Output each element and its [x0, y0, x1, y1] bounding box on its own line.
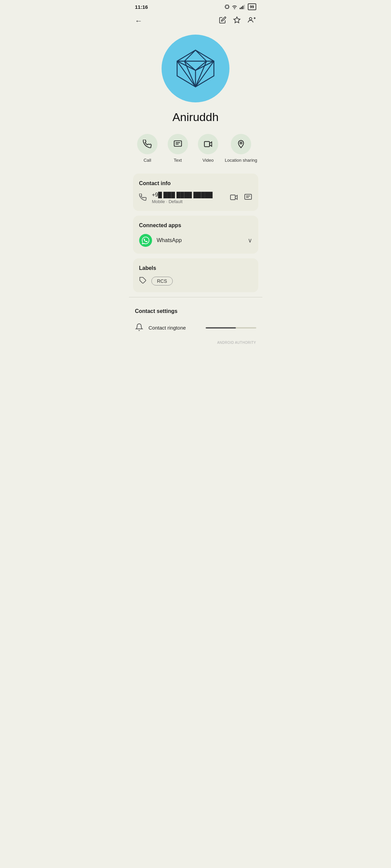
- label-row: RCS: [139, 277, 252, 285]
- battery-indicator: 99: [248, 3, 256, 10]
- video-button[interactable]: Video: [194, 134, 222, 163]
- status-icons: 99: [225, 3, 256, 10]
- diamond-icon: [173, 46, 218, 91]
- connected-apps-card: Connected apps WhatsApp ∨: [133, 216, 258, 254]
- labels-card: Labels RCS: [133, 258, 258, 292]
- svg-rect-6: [244, 5, 245, 9]
- phone-message-button[interactable]: [244, 193, 252, 203]
- nav-actions: [219, 16, 256, 26]
- contact-info-title: Contact info: [139, 180, 252, 186]
- person-add-icon: [247, 16, 256, 24]
- status-time: 11:16: [135, 4, 148, 10]
- svg-point-28: [240, 142, 242, 144]
- video-icon-circle: [198, 134, 218, 154]
- back-button[interactable]: ←: [135, 17, 143, 25]
- svg-marker-7: [234, 17, 240, 23]
- label-icon: [139, 277, 147, 284]
- whatsapp-row[interactable]: WhatsApp ∨: [139, 234, 252, 247]
- location-icon: [237, 140, 245, 149]
- watermark: ANDROID AUTHORITY: [129, 339, 262, 348]
- rcs-badge: RCS: [151, 277, 173, 285]
- wifi-icon: [231, 4, 238, 9]
- svg-rect-4: [241, 7, 242, 9]
- call-button[interactable]: Call: [134, 134, 161, 163]
- phone-action-icons: [230, 193, 252, 203]
- svg-rect-29: [230, 195, 235, 200]
- message-icon: [173, 140, 182, 149]
- avatar: [162, 35, 229, 102]
- phone-left: +9█ ███ ████ █████ Mobile · Default: [139, 192, 213, 204]
- whatsapp-icon: [139, 234, 152, 247]
- labels-title: Labels: [139, 265, 252, 271]
- tag-icon: [139, 277, 147, 285]
- call-label: Call: [144, 158, 151, 163]
- phone-row: +9█ ███ ████ █████ Mobile · Default: [139, 192, 252, 204]
- phone-icon: [139, 194, 147, 202]
- whatsapp-logo: [142, 237, 149, 244]
- svg-rect-5: [242, 6, 243, 9]
- text-button[interactable]: Text: [164, 134, 191, 163]
- location-button[interactable]: Location sharing: [225, 134, 257, 163]
- svg-rect-30: [245, 194, 252, 199]
- video-label: Video: [202, 158, 213, 163]
- contact-name: Aniruddh: [129, 111, 262, 134]
- video-icon: [204, 140, 212, 149]
- text-label: Text: [174, 158, 182, 163]
- star-button[interactable]: [233, 16, 241, 26]
- settings-title: Contact settings: [135, 308, 256, 314]
- phone-video-button[interactable]: [230, 193, 238, 203]
- status-bar: 11:16 99: [129, 0, 262, 12]
- ringtone-progress-fill: [206, 327, 236, 329]
- contact-info-card: Contact info +9█ ███ ████ █████ Mobile ·…: [133, 174, 258, 211]
- ringtone-icon: [135, 323, 143, 333]
- svg-rect-27: [204, 141, 209, 146]
- text-icon-circle: [168, 134, 188, 154]
- vibrate-icon: [225, 4, 229, 9]
- edit-button[interactable]: [219, 16, 226, 26]
- ringtone-progress: [206, 327, 256, 329]
- signal-icon: [240, 4, 246, 9]
- bell-icon: [135, 323, 143, 331]
- svg-point-8: [249, 18, 252, 20]
- ringtone-row[interactable]: Contact ringtone: [135, 320, 256, 336]
- ringtone-label: Contact ringtone: [149, 325, 199, 331]
- top-nav: ←: [129, 12, 262, 31]
- svg-rect-24: [174, 141, 182, 146]
- contact-settings-section: Contact settings Contact ringtone: [129, 301, 262, 339]
- svg-rect-3: [240, 8, 241, 9]
- star-icon: [233, 16, 241, 24]
- chevron-down-icon: ∨: [248, 237, 252, 244]
- svg-rect-0: [226, 5, 228, 8]
- phone-number: +9█ ███ ████ █████: [152, 192, 213, 198]
- phone-sub: Mobile · Default: [152, 199, 213, 204]
- more-button[interactable]: [247, 16, 256, 26]
- action-buttons: Call Text Video Location s: [129, 134, 262, 174]
- sms-icon: [244, 193, 252, 201]
- edit-icon: [219, 16, 226, 24]
- avatar-section: [129, 31, 262, 111]
- whatsapp-label: WhatsApp: [157, 237, 182, 243]
- location-label: Location sharing: [225, 158, 257, 163]
- location-icon-circle: [231, 134, 251, 154]
- call-icon-circle: [137, 134, 157, 154]
- phone-outline-icon: [139, 194, 147, 201]
- section-divider: [129, 297, 262, 297]
- video-call-icon: [230, 193, 238, 201]
- call-icon: [143, 140, 152, 149]
- connected-apps-title: Connected apps: [139, 222, 252, 229]
- phone-details: +9█ ███ ████ █████ Mobile · Default: [152, 192, 213, 204]
- whatsapp-left: WhatsApp: [139, 234, 182, 247]
